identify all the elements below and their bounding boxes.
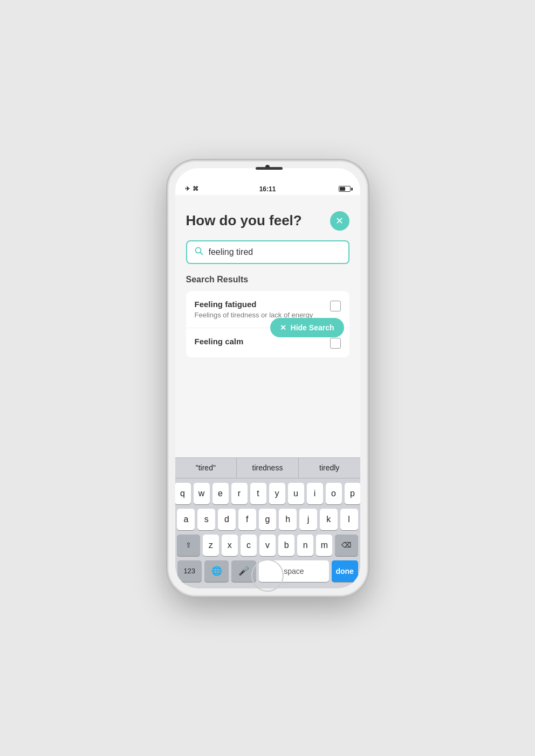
key-u[interactable]: u bbox=[288, 483, 304, 504]
key-b[interactable]: b bbox=[278, 535, 294, 556]
key-d[interactable]: d bbox=[218, 509, 236, 530]
results-card: Feeling fatigued Feelings of tiredness o… bbox=[186, 291, 349, 357]
key-o[interactable]: o bbox=[326, 483, 342, 504]
page-title: How do you feel? bbox=[186, 212, 302, 229]
autocomplete-tired-quoted[interactable]: "tired" bbox=[175, 458, 237, 478]
key-t[interactable]: t bbox=[250, 483, 266, 504]
key-p[interactable]: p bbox=[345, 483, 360, 504]
key-m[interactable]: m bbox=[316, 535, 332, 556]
key-row-3: ⇧ z x c v b n m ⌫ bbox=[177, 535, 358, 556]
key-g[interactable]: g bbox=[259, 509, 277, 530]
key-row-1: q w e r t y u i o p bbox=[177, 483, 358, 504]
key-s[interactable]: s bbox=[197, 509, 215, 530]
search-icon bbox=[195, 247, 203, 258]
result-title-2: Feeling calm bbox=[195, 337, 325, 346]
key-l[interactable]: l bbox=[340, 509, 358, 530]
status-bar: ✈ ⌘ 16:11 bbox=[175, 183, 360, 195]
battery-icon bbox=[339, 186, 351, 192]
result-text-2: Feeling calm bbox=[195, 337, 330, 348]
status-left-icons: ✈ ⌘ bbox=[185, 185, 198, 192]
key-f[interactable]: f bbox=[238, 509, 256, 530]
hide-search-label: Hide Search bbox=[291, 323, 334, 332]
autocomplete-tiredness[interactable]: tiredness bbox=[237, 458, 299, 478]
app-content: How do you feel? ✕ Sea bbox=[175, 195, 360, 588]
key-z[interactable]: z bbox=[203, 535, 219, 556]
result-title-1: Feeling fatigued bbox=[195, 300, 325, 309]
speaker-grille bbox=[256, 167, 283, 170]
key-y[interactable]: y bbox=[269, 483, 285, 504]
key-h[interactable]: h bbox=[279, 509, 297, 530]
key-row-2: a s d f g h j k l bbox=[177, 509, 358, 530]
svg-line-1 bbox=[200, 252, 202, 254]
autocomplete-tiredly[interactable]: tiredly bbox=[299, 458, 360, 478]
key-done[interactable]: done bbox=[332, 560, 358, 582]
search-results-header: Search Results bbox=[186, 275, 349, 285]
header-row: How do you feel? ✕ bbox=[186, 206, 349, 231]
battery-fill bbox=[340, 187, 346, 191]
content-scroll: How do you feel? ✕ Sea bbox=[175, 195, 360, 357]
autocomplete-row: "tired" tiredness tiredly bbox=[175, 458, 360, 478]
key-i[interactable]: i bbox=[307, 483, 323, 504]
key-backspace[interactable]: ⌫ bbox=[335, 535, 358, 556]
hide-search-button[interactable]: ✕ Hide Search bbox=[270, 318, 344, 337]
airplane-icon: ✈ bbox=[185, 185, 190, 192]
status-time: 16:11 bbox=[259, 185, 276, 193]
result-checkbox-1[interactable] bbox=[330, 301, 341, 311]
phone-screen: ✈ ⌘ 16:11 How do you feel? ✕ bbox=[175, 168, 360, 588]
hide-search-x-icon: ✕ bbox=[280, 323, 286, 332]
wifi-icon: ⌘ bbox=[193, 185, 198, 192]
key-numbers[interactable]: 123 bbox=[177, 560, 202, 582]
key-c[interactable]: c bbox=[241, 535, 257, 556]
key-w[interactable]: w bbox=[194, 483, 210, 504]
result-text-1: Feeling fatigued Feelings of tiredness o… bbox=[195, 300, 330, 319]
key-a[interactable]: a bbox=[177, 509, 195, 530]
key-k[interactable]: k bbox=[320, 509, 338, 530]
phone-top-bar bbox=[168, 161, 368, 176]
key-r[interactable]: r bbox=[231, 483, 248, 504]
search-container bbox=[186, 240, 349, 264]
search-input[interactable] bbox=[209, 247, 341, 257]
key-x[interactable]: x bbox=[222, 535, 238, 556]
key-globe[interactable]: 🌐 bbox=[204, 560, 229, 582]
result-checkbox-2[interactable] bbox=[330, 338, 341, 349]
status-right-icons bbox=[339, 186, 351, 192]
key-v[interactable]: v bbox=[259, 535, 276, 556]
key-shift[interactable]: ⇧ bbox=[177, 535, 200, 556]
close-button[interactable]: ✕ bbox=[330, 211, 349, 231]
home-button[interactable] bbox=[251, 559, 284, 592]
close-icon: ✕ bbox=[335, 216, 344, 226]
key-n[interactable]: n bbox=[297, 535, 313, 556]
key-q[interactable]: q bbox=[175, 483, 191, 504]
result-item-1[interactable]: Feeling fatigued Feelings of tiredness o… bbox=[186, 291, 349, 328]
key-e[interactable]: e bbox=[212, 483, 229, 504]
phone-device: ✈ ⌘ 16:11 How do you feel? ✕ bbox=[167, 159, 369, 597]
key-j[interactable]: j bbox=[299, 509, 317, 530]
